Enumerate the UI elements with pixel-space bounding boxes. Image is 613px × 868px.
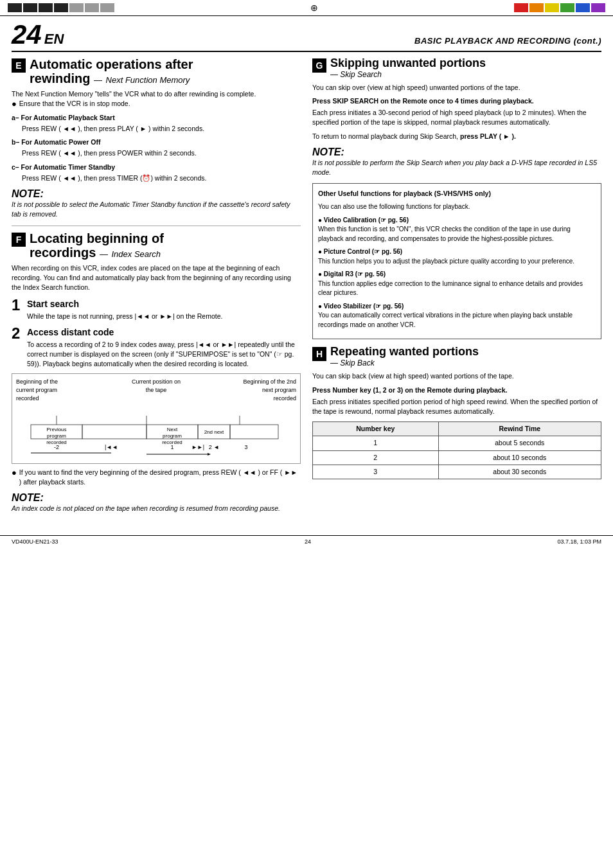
- header-color-block-3: [545, 3, 559, 12]
- section-g-body: You can skip over (view at high speed) u…: [312, 83, 601, 141]
- header-block-5: [69, 3, 84, 12]
- section-h-press-instruction: Press Number key (1, 2 or 3) on the Remo…: [312, 385, 601, 395]
- step2-title: Access distant code: [27, 326, 301, 339]
- section-h-title-block: Repeating wanted portions — Skip Back: [330, 346, 601, 368]
- section-f-sub: Index Search: [111, 249, 161, 259]
- two-column-layout: E Automatic operations after rewinding —…: [12, 57, 601, 520]
- section-f-badge: F: [12, 233, 26, 247]
- header-color-block-4: [560, 3, 574, 12]
- section-e-sub-a-heading: a– For Automatic Playback Start: [12, 113, 301, 123]
- section-f-note-title: NOTE:: [12, 492, 301, 504]
- page-number: 24: [12, 21, 42, 48]
- section-f-note: NOTE: An index code is not placed on the…: [12, 492, 301, 513]
- section-g-return-text: To return to normal playback during Skip…: [312, 132, 601, 141]
- diagram-label-right: Beginning of the 2nd next program record…: [238, 378, 296, 403]
- section-e-sub-c-body: Press REW ( ◄◄ ), then press TIMER (⏰) w…: [12, 173, 301, 183]
- svg-text:3: 3: [244, 444, 247, 450]
- page-suffix: EN: [44, 31, 64, 48]
- section-e-sub-a-body: Press REW ( ◄◄ ), then press PLAY ( ► ) …: [12, 124, 301, 134]
- section-h-body1: Each press initiates specified portion p…: [312, 397, 601, 416]
- page-title: BASIC PLAYBACK AND RECORDING (cont.): [414, 36, 601, 46]
- step1-body: While the tape is not running, press |◄◄…: [27, 312, 301, 321]
- useful-item-3-title: ● Video Stabilizer (☞ pg. 56): [318, 302, 596, 312]
- section-f-title-main: Locating beginning of recordings — Index…: [30, 231, 301, 260]
- step2-content: Access distant code To access a recordin…: [27, 326, 301, 369]
- header-left-blocks: [8, 3, 114, 12]
- useful-item-3: ● Video Stabilizer (☞ pg. 56) You can au…: [318, 302, 596, 330]
- header-color-block-5: [576, 3, 590, 12]
- svg-text:program: program: [163, 433, 182, 439]
- section-e-body: The Next Function Memory "tells" the VCR…: [12, 89, 301, 183]
- section-g-return-cmd: press PLAY ( ► ).: [460, 132, 516, 140]
- header-block-2: [23, 3, 37, 12]
- section-e-sub-a: a– For Automatic Playback Start Press RE…: [12, 113, 301, 134]
- footer-center: 24: [305, 538, 311, 545]
- useful-item-0-title: ● Video Calibration (☞ pg. 56): [318, 216, 596, 226]
- section-e-note: NOTE: It is not possible to select the A…: [12, 188, 301, 218]
- table-row2-time: about 10 seconds: [438, 450, 601, 465]
- svg-text:program: program: [47, 433, 66, 439]
- section-g-title-main: Skipping unwanted portions: [330, 57, 601, 70]
- section-e-title-main: Automatic operations after rewinding — N…: [30, 57, 301, 85]
- section-g-sub: Skip Search: [340, 70, 382, 79]
- section-e-note-text: It is not possible to select the Automat…: [12, 200, 301, 218]
- divider-ef: [12, 226, 301, 226]
- header-block-4: [54, 3, 68, 12]
- svg-rect-7: [82, 425, 147, 439]
- header-block-6: [85, 3, 99, 12]
- section-f-intro: When recording on this VCR, index codes …: [12, 263, 301, 293]
- useful-item-1: ● Picture Control (☞ pg. 56) This functi…: [318, 247, 596, 266]
- svg-text:Next: Next: [167, 427, 178, 432]
- section-f-body: When recording on this VCR, index codes …: [12, 263, 301, 487]
- useful-item-1-title: ● Picture Control (☞ pg. 56): [318, 247, 596, 257]
- section-e-sub-b: b– For Automatic Power Off Press REW ( ◄…: [12, 137, 301, 158]
- section-h-title-main: Repeating wanted portions: [330, 346, 601, 359]
- section-g-title-sub-row: — Skip Search: [330, 70, 601, 79]
- header-color-block-2: [529, 3, 544, 12]
- section-e-intro: The Next Function Memory "tells" the VCR…: [12, 89, 301, 99]
- section-e-note-title: NOTE:: [12, 188, 301, 200]
- section-e-sub-b-body: Press REW ( ◄◄ ), then press POWER withi…: [12, 148, 301, 158]
- section-h-intro: You can skip back (view at high speed) w…: [312, 371, 601, 381]
- svg-text:|◄◄: |◄◄: [105, 444, 118, 450]
- useful-item-1-body: This function helps you to adjust the pl…: [318, 257, 596, 267]
- svg-text:2 ◄: 2 ◄: [209, 444, 219, 450]
- page-container: 24 EN BASIC PLAYBACK AND RECORDING (cont…: [0, 16, 613, 530]
- table-row1-key: 1: [313, 436, 439, 450]
- useful-functions-box: Other Useful functions for playback (S-V…: [312, 183, 601, 339]
- svg-text:►►|: ►►|: [191, 444, 204, 450]
- useful-item-2: ● Digital R3 (☞ pg. 56) This function ap…: [318, 270, 596, 298]
- section-g-header: G Skipping unwanted portions — Skip Sear…: [312, 57, 601, 79]
- table-row: 2 about 10 seconds: [313, 450, 601, 465]
- section-e: E Automatic operations after rewinding —…: [12, 57, 301, 219]
- tape-svg: Previous program recorded Next program r…: [16, 405, 296, 457]
- useful-item-0-body: When this function is set to "ON", this …: [318, 225, 596, 244]
- useful-box-title: Other Useful functions for playback (S-V…: [318, 189, 596, 199]
- section-e-badge: E: [12, 58, 26, 73]
- section-g-intro: You can skip over (view at high speed) u…: [312, 83, 601, 93]
- svg-rect-14: [230, 425, 278, 439]
- section-h-press-block: Press Number key (1, 2 or 3) on the Remo…: [312, 385, 601, 417]
- section-h-header: H Repeating wanted portions — Skip Back: [312, 346, 601, 368]
- section-e-sub-c: c– For Automatic Timer Standby Press REW…: [12, 163, 301, 183]
- section-g-title-block: Skipping unwanted portions — Skip Search: [330, 57, 601, 79]
- step1-content: Start search While the tape is not runni…: [27, 297, 301, 322]
- useful-item-2-body: This function applies edge correction to…: [318, 279, 596, 298]
- table-col1-header: Number key: [313, 422, 439, 436]
- section-f-dash: —: [100, 249, 108, 259]
- header-block-7: [100, 3, 114, 12]
- footer-right: 03.7.18, 1:03 PM: [557, 538, 601, 545]
- section-f-bullet-ff: ● If you want to find the very beginning…: [12, 468, 301, 487]
- section-h: H Repeating wanted portions — Skip Back …: [312, 346, 601, 479]
- table-row3-time: about 30 seconds: [438, 465, 601, 479]
- table-row: 1 about 5 seconds: [313, 436, 601, 450]
- table-row2-key: 2: [313, 450, 439, 465]
- section-h-body: You can skip back (view at high speed) w…: [312, 371, 601, 479]
- section-f-note-text: An index code is not placed on the tape …: [12, 504, 301, 513]
- section-e-title-block: Automatic operations after rewinding — N…: [30, 57, 301, 85]
- svg-text:Previous: Previous: [46, 427, 66, 432]
- step2-body: To access a recording of 2 to 9 index co…: [27, 340, 301, 369]
- section-g-note: NOTE: It is not possible to perform the …: [312, 146, 601, 177]
- section-h-sub-row: — Skip Back: [330, 359, 601, 368]
- table-row3-key: 3: [313, 465, 439, 479]
